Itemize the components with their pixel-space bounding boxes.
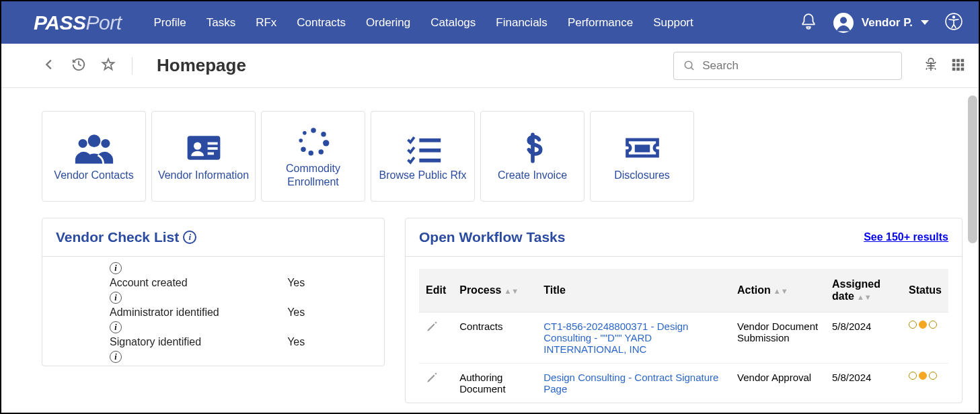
page-title: Homepage xyxy=(157,55,246,76)
col-process[interactable]: Process▲▼ xyxy=(453,269,537,313)
svg-point-3 xyxy=(952,15,955,18)
loading-dots-icon xyxy=(293,124,334,158)
task-title-link[interactable]: Design Consulting - Contract Signature P… xyxy=(543,372,718,395)
tile-label: Disclosures xyxy=(614,169,670,181)
cell-assigned: 5/8/2024 xyxy=(825,364,902,403)
svg-rect-19 xyxy=(207,142,217,144)
checklist-header: Vendor Check List i xyxy=(42,218,384,257)
grid-apps-icon[interactable] xyxy=(950,57,965,75)
tile-vendor-contacts[interactable]: Vendor Contacts xyxy=(42,111,146,202)
svg-point-4 xyxy=(685,61,692,69)
main-nav: Profile Tasks RFx Contracts Ordering Cat… xyxy=(154,16,693,30)
workflow-tasks-panel: Open Workflow Tasks See 150+ results Edi… xyxy=(405,218,963,403)
checklist-row: i Account created Yes xyxy=(110,277,364,289)
sort-icon: ▲▼ xyxy=(504,287,519,295)
cell-action: Vendor Approval xyxy=(730,364,825,403)
contacts-icon xyxy=(74,131,114,165)
nav-tasks[interactable]: Tasks xyxy=(206,16,235,30)
top-navbar: PASSPort Profile Tasks RFx Contracts Ord… xyxy=(1,1,979,44)
chevron-down-icon xyxy=(921,20,929,25)
col-title: Title xyxy=(537,269,730,313)
nav-support[interactable]: Support xyxy=(653,16,693,30)
edit-icon[interactable] xyxy=(426,374,438,386)
col-action[interactable]: Action▲▼ xyxy=(730,269,825,313)
svg-rect-7 xyxy=(961,58,965,62)
dollar-icon xyxy=(513,131,553,165)
bug-icon[interactable] xyxy=(924,57,938,75)
checklist-value: Yes xyxy=(287,336,305,347)
svg-rect-5 xyxy=(952,58,956,62)
svg-rect-10 xyxy=(961,63,965,67)
nav-catalogs[interactable]: Catalogs xyxy=(430,16,476,30)
tile-commodity-enrollment[interactable]: Commodity Enrollment xyxy=(261,111,365,202)
cell-process: Authoring Document xyxy=(453,364,537,403)
workflow-header: Open Workflow Tasks See 150+ results xyxy=(406,218,962,257)
back-icon[interactable] xyxy=(42,57,56,75)
svg-point-15 xyxy=(78,139,87,148)
status-indicator xyxy=(909,321,942,329)
svg-rect-30 xyxy=(419,138,441,142)
cell-action: Vendor Document Submission xyxy=(730,313,825,364)
svg-point-14 xyxy=(87,134,100,147)
sort-icon: ▲▼ xyxy=(774,287,788,295)
svg-rect-31 xyxy=(419,149,441,153)
user-menu[interactable]: Vendor P. xyxy=(833,13,929,33)
svg-point-18 xyxy=(194,142,201,149)
task-title-link[interactable]: CT1-856-20248800371 - Design Consulting … xyxy=(543,321,688,355)
accessibility-icon[interactable] xyxy=(945,13,963,33)
edit-icon[interactable] xyxy=(426,323,438,335)
svg-point-23 xyxy=(321,132,326,137)
info-icon[interactable]: i xyxy=(110,351,122,363)
tile-disclosures[interactable]: Disclosures xyxy=(590,111,694,202)
nav-rfx[interactable]: RFx xyxy=(256,16,276,30)
nav-contracts[interactable]: Contracts xyxy=(297,16,346,30)
bell-icon[interactable] xyxy=(800,13,817,33)
checklist-label: Signatory identified xyxy=(110,336,285,348)
info-icon[interactable]: i xyxy=(110,321,122,333)
table-row: Contracts CT1-856-20248800371 - Design C… xyxy=(419,313,948,364)
svg-rect-32 xyxy=(419,159,441,163)
checklist-value: Yes xyxy=(287,277,305,288)
col-assigned[interactable]: Assigned date▲▼ xyxy=(825,269,902,313)
tile-label: Vendor Information xyxy=(158,169,249,181)
svg-point-16 xyxy=(101,139,110,148)
tile-label: Create Invoice xyxy=(498,169,567,181)
tile-create-invoice[interactable]: Create Invoice xyxy=(480,111,585,202)
nav-performance[interactable]: Performance xyxy=(568,16,633,30)
history-icon[interactable] xyxy=(71,57,86,75)
table-row: Authoring Document Design Consulting - C… xyxy=(419,364,948,403)
tile-browse-rfx[interactable]: Browse Public Rfx xyxy=(371,111,475,202)
info-icon[interactable]: i xyxy=(183,231,196,244)
checklist-label: Account created xyxy=(110,277,285,289)
sort-icon: ▲▼ xyxy=(857,293,872,301)
nav-profile[interactable]: Profile xyxy=(154,16,186,30)
logo[interactable]: PASSPort xyxy=(34,11,122,34)
col-status: Status xyxy=(902,269,948,313)
tile-vendor-information[interactable]: Vendor Information xyxy=(151,111,256,202)
workflow-table: Edit Process▲▼ Title Action▲▼ Assigned d… xyxy=(419,269,948,403)
search-input[interactable] xyxy=(702,59,892,73)
user-avatar-icon xyxy=(833,13,854,33)
tile-label: Commodity Enrollment xyxy=(267,162,359,188)
favorite-icon[interactable] xyxy=(101,57,116,75)
col-edit: Edit xyxy=(419,269,453,313)
info-icon[interactable]: i xyxy=(110,292,122,304)
nav-ordering[interactable]: Ordering xyxy=(366,16,410,30)
checklist-row: i Signatory identified Yes xyxy=(110,336,364,348)
svg-rect-9 xyxy=(956,63,960,67)
nav-financials[interactable]: Financials xyxy=(496,16,548,30)
svg-rect-21 xyxy=(207,152,213,155)
ticket-icon xyxy=(622,131,663,165)
checklist-row: i Administrator identified Yes xyxy=(110,306,364,319)
user-name: Vendor P. xyxy=(862,16,913,30)
search-box[interactable] xyxy=(673,52,902,80)
info-icon[interactable]: i xyxy=(110,262,122,274)
cell-process: Contracts xyxy=(453,313,537,364)
svg-rect-11 xyxy=(952,67,956,71)
see-results-link[interactable]: See 150+ results xyxy=(864,231,948,243)
svg-point-27 xyxy=(301,147,306,153)
cell-assigned: 5/8/2024 xyxy=(825,313,902,364)
scrollbar[interactable] xyxy=(968,95,977,243)
svg-rect-33 xyxy=(634,144,650,152)
svg-point-22 xyxy=(311,128,316,134)
